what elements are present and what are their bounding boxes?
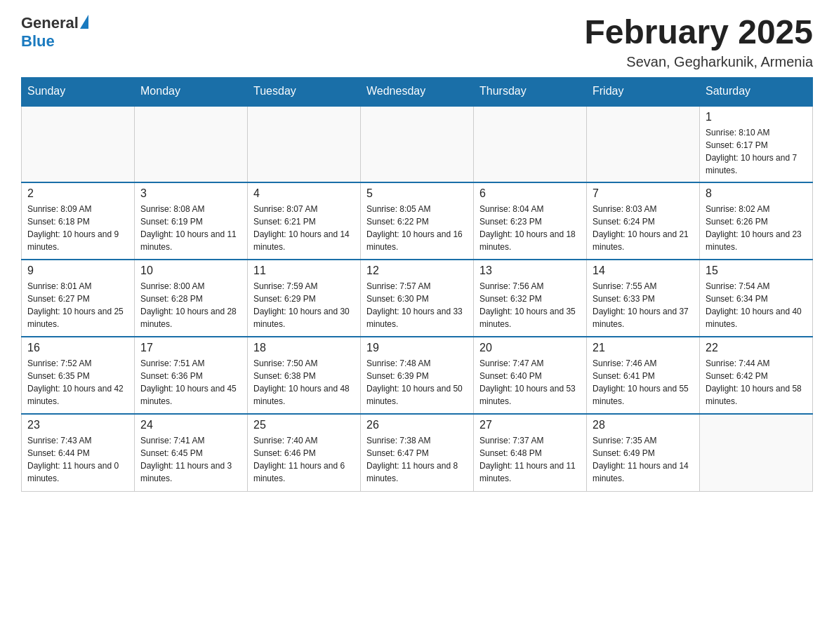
day-info: Sunrise: 7:46 AM Sunset: 6:41 PM Dayligh… [593,357,694,408]
calendar-cell [361,105,474,182]
calendar-cell: 3Sunrise: 8:08 AM Sunset: 6:19 PM Daylig… [135,182,248,260]
calendar-week-row: 2Sunrise: 8:09 AM Sunset: 6:18 PM Daylig… [22,182,813,260]
day-info: Sunrise: 7:40 AM Sunset: 6:46 PM Dayligh… [253,434,355,485]
calendar-cell: 5Sunrise: 8:05 AM Sunset: 6:22 PM Daylig… [361,182,474,260]
location-subtitle: Sevan, Gegharkunik, Armenia [584,54,813,70]
day-info: Sunrise: 8:05 AM Sunset: 6:22 PM Dayligh… [366,203,468,253]
day-info: Sunrise: 7:35 AM Sunset: 6:49 PM Dayligh… [593,434,694,485]
day-info: Sunrise: 7:56 AM Sunset: 6:32 PM Dayligh… [479,280,581,330]
logo-general-text: General [21,14,79,32]
calendar-cell: 16Sunrise: 7:52 AM Sunset: 6:35 PM Dayli… [22,337,135,414]
calendar-table: SundayMondayTuesdayWednesdayThursdayFrid… [21,77,813,492]
day-info: Sunrise: 7:43 AM Sunset: 6:44 PM Dayligh… [27,434,128,485]
day-number: 9 [27,264,128,277]
day-info: Sunrise: 8:08 AM Sunset: 6:19 PM Dayligh… [140,203,241,253]
calendar-cell [474,105,587,182]
calendar-cell: 20Sunrise: 7:47 AM Sunset: 6:40 PM Dayli… [474,337,587,414]
calendar-cell: 24Sunrise: 7:41 AM Sunset: 6:45 PM Dayli… [135,414,248,491]
day-number: 2 [27,187,128,200]
calendar-cell: 4Sunrise: 8:07 AM Sunset: 6:21 PM Daylig… [248,182,361,260]
day-header-tuesday: Tuesday [248,77,361,105]
day-info: Sunrise: 8:00 AM Sunset: 6:28 PM Dayligh… [140,280,241,330]
day-info: Sunrise: 7:41 AM Sunset: 6:45 PM Dayligh… [140,434,241,485]
day-number: 22 [706,342,807,354]
calendar-cell [700,414,813,491]
calendar-cell: 13Sunrise: 7:56 AM Sunset: 6:32 PM Dayli… [474,260,587,337]
calendar-cell: 19Sunrise: 7:48 AM Sunset: 6:39 PM Dayli… [361,337,474,414]
day-number: 5 [366,187,468,200]
logo-blue-text: Blue [21,32,88,51]
calendar-cell: 26Sunrise: 7:38 AM Sunset: 6:47 PM Dayli… [361,414,474,491]
calendar-cell: 28Sunrise: 7:35 AM Sunset: 6:49 PM Dayli… [587,414,700,491]
calendar-cell [587,105,700,182]
day-info: Sunrise: 8:03 AM Sunset: 6:24 PM Dayligh… [593,203,694,253]
day-number: 26 [366,419,468,431]
day-info: Sunrise: 8:10 AM Sunset: 6:17 PM Dayligh… [706,126,807,177]
calendar-cell: 23Sunrise: 7:43 AM Sunset: 6:44 PM Dayli… [22,414,135,491]
page-header: General Blue February 2025 Sevan, Geghar… [21,14,813,70]
calendar-cell: 22Sunrise: 7:44 AM Sunset: 6:42 PM Dayli… [700,337,813,414]
day-number: 1 [706,111,807,123]
day-number: 20 [479,342,581,354]
calendar-cell: 10Sunrise: 8:00 AM Sunset: 6:28 PM Dayli… [135,260,248,337]
day-number: 8 [706,187,807,200]
day-info: Sunrise: 8:09 AM Sunset: 6:18 PM Dayligh… [27,203,128,253]
day-info: Sunrise: 7:59 AM Sunset: 6:29 PM Dayligh… [253,280,355,330]
day-number: 19 [366,342,468,354]
day-number: 11 [253,264,355,277]
calendar-cell: 15Sunrise: 7:54 AM Sunset: 6:34 PM Dayli… [700,260,813,337]
calendar-cell: 25Sunrise: 7:40 AM Sunset: 6:46 PM Dayli… [248,414,361,491]
day-info: Sunrise: 7:48 AM Sunset: 6:39 PM Dayligh… [366,357,468,408]
day-number: 27 [479,419,581,431]
day-info: Sunrise: 7:50 AM Sunset: 6:38 PM Dayligh… [253,357,355,408]
day-number: 7 [593,187,694,200]
calendar-cell: 14Sunrise: 7:55 AM Sunset: 6:33 PM Dayli… [587,260,700,337]
calendar-cell: 27Sunrise: 7:37 AM Sunset: 6:48 PM Dayli… [474,414,587,491]
calendar-week-row: 16Sunrise: 7:52 AM Sunset: 6:35 PM Dayli… [22,337,813,414]
day-number: 17 [140,342,241,354]
day-number: 18 [253,342,355,354]
day-info: Sunrise: 7:38 AM Sunset: 6:47 PM Dayligh… [366,434,468,485]
logo-triangle-icon [80,15,88,29]
calendar-cell: 21Sunrise: 7:46 AM Sunset: 6:41 PM Dayli… [587,337,700,414]
day-header-monday: Monday [135,77,248,105]
day-number: 24 [140,419,241,431]
calendar-cell: 1Sunrise: 8:10 AM Sunset: 6:17 PM Daylig… [700,105,813,182]
day-number: 15 [706,264,807,277]
day-number: 21 [593,342,694,354]
day-number: 25 [253,419,355,431]
calendar-cell: 17Sunrise: 7:51 AM Sunset: 6:36 PM Dayli… [135,337,248,414]
calendar-cell: 11Sunrise: 7:59 AM Sunset: 6:29 PM Dayli… [248,260,361,337]
logo: General Blue [21,14,88,51]
day-number: 13 [479,264,581,277]
day-number: 6 [479,187,581,200]
calendar-cell [248,105,361,182]
calendar-cell [135,105,248,182]
day-number: 12 [366,264,468,277]
day-info: Sunrise: 7:55 AM Sunset: 6:33 PM Dayligh… [593,280,694,330]
day-number: 14 [593,264,694,277]
day-info: Sunrise: 7:44 AM Sunset: 6:42 PM Dayligh… [706,357,807,408]
day-info: Sunrise: 7:51 AM Sunset: 6:36 PM Dayligh… [140,357,241,408]
calendar-header-row: SundayMondayTuesdayWednesdayThursdayFrid… [22,77,813,105]
calendar-cell: 8Sunrise: 8:02 AM Sunset: 6:26 PM Daylig… [700,182,813,260]
day-header-saturday: Saturday [700,77,813,105]
day-header-friday: Friday [587,77,700,105]
calendar-cell: 12Sunrise: 7:57 AM Sunset: 6:30 PM Dayli… [361,260,474,337]
calendar-week-row: 23Sunrise: 7:43 AM Sunset: 6:44 PM Dayli… [22,414,813,491]
calendar-cell: 7Sunrise: 8:03 AM Sunset: 6:24 PM Daylig… [587,182,700,260]
day-number: 10 [140,264,241,277]
day-info: Sunrise: 7:57 AM Sunset: 6:30 PM Dayligh… [366,280,468,330]
day-number: 4 [253,187,355,200]
day-info: Sunrise: 7:47 AM Sunset: 6:40 PM Dayligh… [479,357,581,408]
day-info: Sunrise: 8:07 AM Sunset: 6:21 PM Dayligh… [253,203,355,253]
calendar-week-row: 9Sunrise: 8:01 AM Sunset: 6:27 PM Daylig… [22,260,813,337]
day-number: 28 [593,419,694,431]
day-header-sunday: Sunday [22,77,135,105]
calendar-cell: 2Sunrise: 8:09 AM Sunset: 6:18 PM Daylig… [22,182,135,260]
day-info: Sunrise: 7:37 AM Sunset: 6:48 PM Dayligh… [479,434,581,485]
calendar-week-row: 1Sunrise: 8:10 AM Sunset: 6:17 PM Daylig… [22,105,813,182]
day-number: 23 [27,419,128,431]
day-header-wednesday: Wednesday [361,77,474,105]
day-info: Sunrise: 8:01 AM Sunset: 6:27 PM Dayligh… [27,280,128,330]
